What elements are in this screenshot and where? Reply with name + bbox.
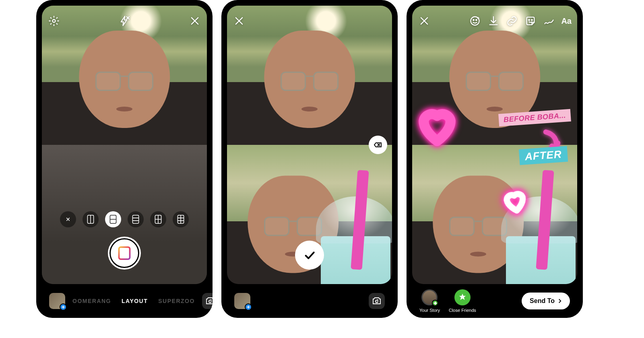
camera-viewport [42,6,207,284]
layout-close-button[interactable] [60,211,76,227]
your-story-label: Your Story [419,308,440,313]
layout-options-row [42,210,207,229]
close-friends-button[interactable]: Close Friends [449,289,476,313]
story-editor-viewport: BEFORE BOBA... AFTER Aa [412,6,577,284]
neon-heart-sticker[interactable] [417,106,457,146]
gallery-thumbnail[interactable]: + [234,293,250,309]
phone-screen-2: + [221,0,398,318]
effects-icon[interactable] [469,14,481,27]
mode-next[interactable]: SUPERZOO [158,298,195,304]
close-icon[interactable] [418,14,431,27]
svg-point-31 [473,20,474,21]
bottom-bar: + OOMERANG LAYOUT SUPERZOO [42,284,207,318]
svg-point-32 [476,20,477,21]
layout-3row-option[interactable] [128,211,144,227]
bottom-bar: + [227,284,392,318]
svg-point-34 [532,20,533,21]
text-sticker-after[interactable]: AFTER [519,146,568,165]
download-icon[interactable] [487,14,500,27]
phone-screen-3: BEFORE BOBA... AFTER Aa Your Story Close… [407,0,583,318]
camera-viewport [227,6,392,284]
phone-screen-1: + OOMERANG LAYOUT SUPERZOO [36,0,213,318]
share-bar: Your Story Close Friends Send To [412,284,577,318]
send-to-button[interactable]: Send To [522,293,570,309]
send-to-label: Send To [530,297,555,305]
layout-2x3-option[interactable] [173,211,189,227]
flash-icon[interactable] [118,14,131,27]
gallery-thumbnail[interactable]: + [49,293,65,309]
layout-2col-option[interactable] [83,211,99,227]
close-icon[interactable] [233,14,246,27]
close-icon[interactable] [188,14,201,27]
layout-2x2-option[interactable] [150,211,166,227]
switch-camera-button[interactable] [369,293,385,309]
layout-2row-option-selected[interactable] [105,211,121,227]
mode-active[interactable]: LAYOUT [122,298,148,304]
chevron-right-icon [556,297,564,305]
settings-icon[interactable] [47,14,60,27]
shutter-button[interactable] [108,237,141,270]
svg-rect-11 [132,215,138,223]
your-story-button[interactable]: Your Story [419,289,440,313]
draw-icon[interactable] [543,14,555,27]
link-icon[interactable] [506,14,518,27]
switch-camera-button[interactable] [202,293,213,309]
text-tool-icon[interactable]: Aa [561,14,572,27]
confirm-button[interactable] [295,241,324,270]
close-friends-label: Close Friends [449,308,476,313]
mode-prev[interactable]: OOMERANG [72,298,111,304]
svg-point-0 [53,20,56,23]
white-heart-sticker[interactable] [501,188,529,216]
add-from-gallery-icon: + [245,303,252,311]
sticker-icon[interactable] [524,14,537,27]
boba-cup [316,196,392,284]
delete-panel-button[interactable] [369,136,387,154]
camera-mode-carousel[interactable]: OOMERANG LAYOUT SUPERZOO [72,298,195,304]
add-from-gallery-icon: + [60,303,67,311]
svg-point-33 [529,20,530,21]
captured-photo-bottom [412,145,577,284]
